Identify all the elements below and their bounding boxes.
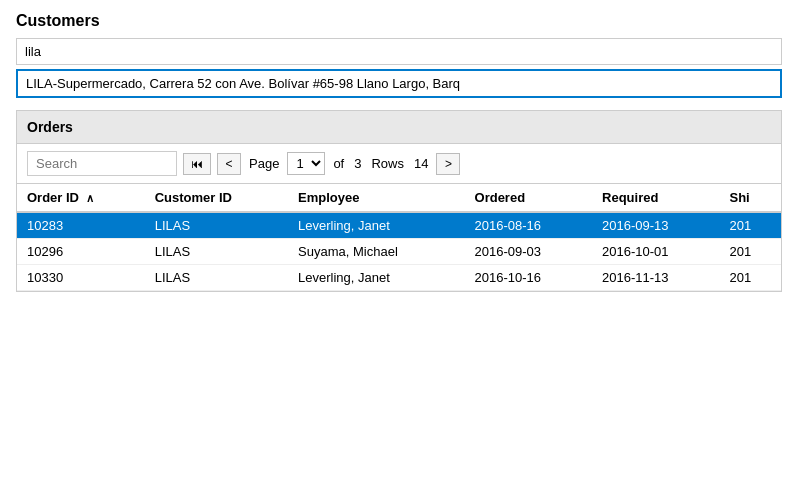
prev-page-button[interactable]: < xyxy=(217,153,241,175)
col-customer-id[interactable]: Customer ID xyxy=(145,184,288,212)
customers-result-input[interactable] xyxy=(16,69,782,98)
col-required[interactable]: Required xyxy=(592,184,719,212)
first-page-button[interactable]: ⏮ xyxy=(183,153,211,175)
col-shipped[interactable]: Shi xyxy=(720,184,782,212)
col-ordered[interactable]: Ordered xyxy=(465,184,592,212)
total-pages: 3 xyxy=(354,156,361,171)
table-row[interactable]: 10296LILASSuyama, Michael2016-09-032016-… xyxy=(17,239,781,265)
orders-table: Order ID ∧ Customer ID Employee Ordered … xyxy=(17,184,781,291)
page-label: Page xyxy=(249,156,279,171)
rows-label: Rows xyxy=(371,156,404,171)
orders-header: Orders xyxy=(17,111,781,144)
orders-search-input[interactable] xyxy=(27,151,177,176)
page-select[interactable]: 1 2 3 xyxy=(287,152,325,175)
customers-section: Customers xyxy=(0,0,798,110)
orders-toolbar: ⏮ < Page 1 2 3 of 3 Rows 14 > xyxy=(17,144,781,184)
customers-search-input[interactable] xyxy=(16,38,782,65)
customers-title: Customers xyxy=(16,12,782,30)
next-page-button[interactable]: > xyxy=(436,153,460,175)
table-header-row: Order ID ∧ Customer ID Employee Ordered … xyxy=(17,184,781,212)
table-row[interactable]: 10283LILASLeverling, Janet2016-08-162016… xyxy=(17,212,781,239)
orders-section: Orders ⏮ < Page 1 2 3 of 3 Rows 14 > Ord… xyxy=(16,110,782,292)
table-row[interactable]: 10330LILASLeverling, Janet2016-10-162016… xyxy=(17,265,781,291)
sort-arrow-order-id: ∧ xyxy=(86,192,94,204)
of-label: of xyxy=(333,156,344,171)
rows-count: 14 xyxy=(414,156,428,171)
col-employee[interactable]: Employee xyxy=(288,184,464,212)
col-order-id[interactable]: Order ID ∧ xyxy=(17,184,145,212)
